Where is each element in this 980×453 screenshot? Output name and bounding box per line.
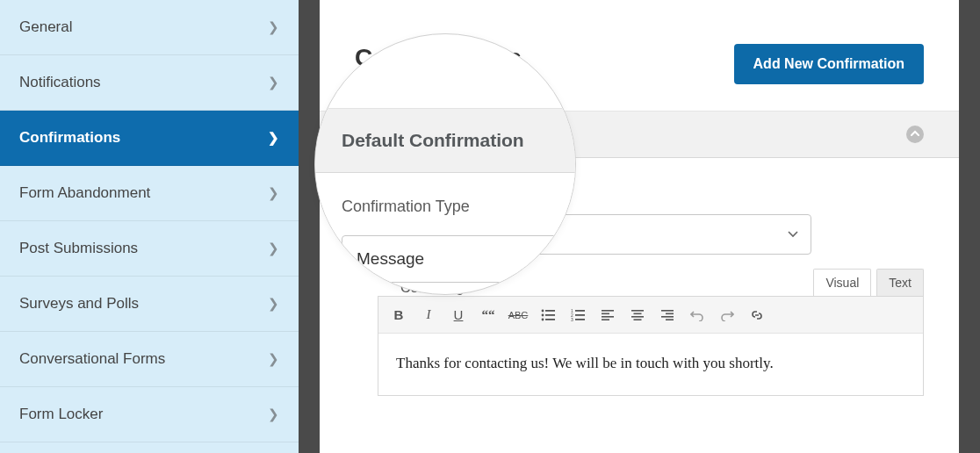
svg-rect-12 xyxy=(602,310,614,312)
tab-text[interactable]: Text xyxy=(876,269,924,296)
svg-rect-17 xyxy=(634,313,642,314)
collapse-icon[interactable] xyxy=(906,126,924,143)
add-new-confirmation-button[interactable]: Add New Confirmation xyxy=(734,44,924,84)
svg-rect-11 xyxy=(575,319,585,320)
tab-visual[interactable]: Visual xyxy=(813,269,871,296)
svg-rect-3 xyxy=(545,314,555,316)
sidebar-item-label: Surveys and Polls xyxy=(19,295,139,313)
chevron-right-icon: ❯ xyxy=(268,296,279,312)
svg-rect-13 xyxy=(602,313,609,314)
zoom-lens: Default Confirmation Confirmation Type M… xyxy=(314,33,576,295)
sidebar-item-general[interactable]: General ❯ xyxy=(0,0,299,55)
svg-rect-15 xyxy=(602,319,609,320)
italic-icon[interactable]: I xyxy=(414,301,443,329)
svg-rect-1 xyxy=(545,310,555,312)
svg-rect-20 xyxy=(661,310,674,312)
svg-rect-7 xyxy=(575,310,585,312)
align-left-icon[interactable] xyxy=(593,301,623,329)
lens-content: Default Confirmation Confirmation Type M… xyxy=(315,34,575,283)
undo-icon[interactable] xyxy=(682,301,712,329)
svg-rect-9 xyxy=(575,314,585,316)
editor-toolbar: B I U ““ ABC 123 xyxy=(378,297,923,334)
svg-rect-5 xyxy=(545,319,555,320)
chevron-right-icon: ❯ xyxy=(268,406,279,422)
sidebar-item-conversational-forms[interactable]: Conversational Forms ❯ xyxy=(0,332,299,387)
sidebar-item-label: Post Submissions xyxy=(19,240,138,257)
underline-icon[interactable]: U xyxy=(443,301,473,329)
sidebar-item-form-locker[interactable]: Form Locker ❯ xyxy=(0,387,299,442)
app-root: General ❯ Notifications ❯ Confirmations … xyxy=(0,0,980,453)
sidebar-item-label: Form Abandonment xyxy=(19,184,150,202)
blockquote-icon[interactable]: ““ xyxy=(473,301,503,329)
chevron-right-icon: ❯ xyxy=(268,185,279,201)
sidebar-item-surveys-polls[interactable]: Surveys and Polls ❯ xyxy=(0,277,299,332)
svg-rect-19 xyxy=(634,319,642,320)
svg-point-2 xyxy=(542,313,544,316)
sidebar-item-label: Notifications xyxy=(19,74,101,91)
chevron-right-icon: ❯ xyxy=(268,75,279,90)
sidebar-item-label: Confirmations xyxy=(19,129,120,147)
lens-select-value: Message xyxy=(357,249,424,269)
bullet-list-icon[interactable] xyxy=(533,301,563,329)
sidebar-item-form-abandonment[interactable]: Form Abandonment ❯ xyxy=(0,166,299,221)
sidebar-item-confirmations[interactable]: Confirmations ❯ xyxy=(0,111,299,166)
chevron-down-icon xyxy=(788,231,798,238)
editor-content[interactable]: Thanks for contacting us! We will be in … xyxy=(378,334,923,395)
svg-point-4 xyxy=(542,318,544,320)
chevron-right-icon: ❯ xyxy=(268,19,279,35)
sidebar-item-label: Conversational Forms xyxy=(19,350,165,368)
svg-rect-18 xyxy=(631,316,644,318)
rich-text-editor: B I U ““ ABC 123 xyxy=(378,296,924,396)
numbered-list-icon[interactable]: 123 xyxy=(563,301,593,329)
svg-rect-14 xyxy=(602,316,614,318)
bold-icon[interactable]: B xyxy=(384,301,414,329)
align-center-icon[interactable] xyxy=(623,301,652,329)
sidebar-item-label: Form Locker xyxy=(19,406,103,423)
lens-type-label: Confirmation Type xyxy=(342,198,575,216)
chevron-right-icon: ❯ xyxy=(268,351,279,367)
svg-text:3: 3 xyxy=(571,317,573,321)
sidebar-item-label: General xyxy=(19,18,72,36)
link-icon[interactable] xyxy=(742,301,772,329)
svg-rect-23 xyxy=(666,319,674,320)
svg-rect-21 xyxy=(666,313,674,314)
lens-section-title: Default Confirmation xyxy=(342,130,524,151)
chevron-right-icon: ❯ xyxy=(268,241,279,256)
chevron-right-icon: ❯ xyxy=(268,130,279,146)
sidebar-item-post-submissions[interactable]: Post Submissions ❯ xyxy=(0,221,299,277)
redo-icon[interactable] xyxy=(712,301,742,329)
lens-section-header: Default Confirmation xyxy=(315,108,575,173)
svg-rect-22 xyxy=(661,316,674,318)
align-right-icon[interactable] xyxy=(652,301,682,329)
svg-rect-16 xyxy=(631,310,644,312)
svg-point-0 xyxy=(542,309,544,312)
sidebar-item-notifications[interactable]: Notifications ❯ xyxy=(0,55,299,111)
settings-sidebar: General ❯ Notifications ❯ Confirmations … xyxy=(0,0,299,453)
strikethrough-icon[interactable]: ABC xyxy=(503,301,533,329)
editor-tabs: Visual Text xyxy=(813,269,924,296)
